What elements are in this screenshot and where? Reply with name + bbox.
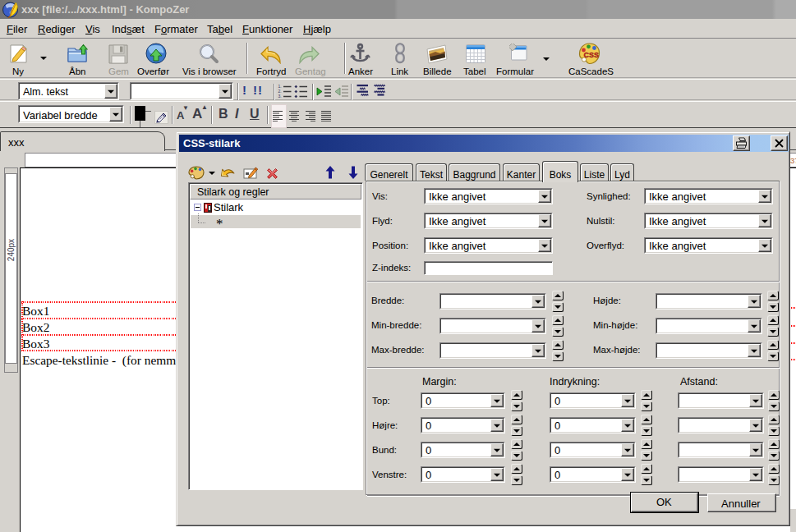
svg-text:3.: 3.	[278, 94, 282, 99]
svg-text:CSS: CSS	[584, 51, 600, 59]
